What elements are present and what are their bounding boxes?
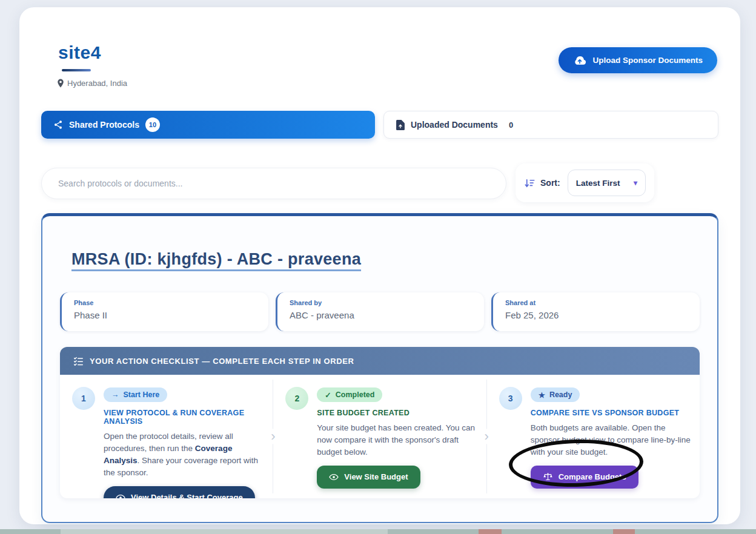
step-3-button-label: Compare Budgets: [559, 472, 626, 481]
step-1-badge-label: Start Here: [124, 391, 160, 399]
scales-icon: [543, 472, 553, 481]
sort-select[interactable]: Latest First ▾: [568, 170, 646, 196]
field-shared-by: Shared by ABC - praveena: [276, 292, 484, 331]
step-2-button-label: View Site Budget: [344, 472, 408, 481]
chevron-down-icon: ▾: [634, 179, 637, 187]
eye-icon: [116, 494, 125, 498]
uploaded-documents-count: 0: [509, 120, 513, 130]
field-phase-value: Phase II: [74, 310, 256, 320]
bottom-strip-segment: [613, 529, 635, 534]
step-1-title: VIEW PROTOCOL & RUN COVERAGE ANALYSIS: [104, 409, 267, 426]
sort-control: Sort: Latest First ▾: [516, 163, 654, 202]
action-checklist: YOUR ACTION CHECKLIST — COMPLETE EACH ST…: [60, 347, 700, 498]
tab-shared-protocols-label: Shared Protocols: [69, 120, 139, 130]
field-shared-at: Shared at Feb 25, 2026: [491, 292, 700, 331]
column-divider: ›: [486, 380, 487, 493]
tab-uploaded-documents[interactable]: Uploaded Documents 0: [383, 111, 718, 139]
sort-label: Sort:: [540, 178, 560, 188]
field-phase: Phase Phase II: [60, 292, 268, 331]
sort-icon: [524, 178, 536, 188]
bottom-strip-segment: [479, 529, 502, 534]
step-3-number: 3: [499, 387, 522, 410]
view-site-budget-button[interactable]: View Site Budget: [317, 466, 420, 489]
bottom-strip: [0, 529, 756, 534]
step-1-description: Open the protocol details, review all pr…: [104, 430, 267, 479]
checklist-body: 1 → Start Here VIEW PROTOCOL & RUN COVER…: [60, 375, 700, 498]
step-1-button-label: View Details & Start Coverage: [131, 493, 243, 498]
chevron-right-icon: ›: [271, 429, 275, 444]
chevron-right-icon: ›: [484, 429, 488, 444]
field-shared-at-value: Feb 25, 2026: [505, 310, 688, 320]
step-2-status-badge: ✓ Completed: [317, 387, 382, 402]
checklist-header-label: YOUR ACTION CHECKLIST — COMPLETE EACH ST…: [90, 357, 354, 366]
eye-icon: [329, 473, 339, 481]
tabs: Shared Protocols 10 Uploaded Documents 0: [41, 111, 718, 139]
step-2-badge-label: Completed: [336, 391, 375, 399]
app-window: site4 Hyderabad, India Upload Sponsor Do…: [0, 0, 756, 534]
title-underline: [62, 69, 91, 71]
search-input[interactable]: [41, 168, 506, 199]
tab-uploaded-documents-label: Uploaded Documents: [411, 120, 498, 130]
tab-shared-protocols[interactable]: Shared Protocols 10: [41, 111, 375, 139]
field-phase-label: Phase: [74, 299, 256, 306]
step-3-badge-label: Ready: [549, 391, 572, 399]
document-upload-icon: [396, 120, 405, 130]
step-3-description: Both budgets are available. Open the spo…: [531, 422, 694, 458]
upload-button-label: Upload Sponsor Documents: [592, 56, 703, 65]
sort-selected-value: Latest First: [576, 179, 620, 188]
page-title: site4: [58, 42, 101, 63]
arrow-right-icon: →: [111, 391, 119, 399]
checklist-step-1: 1 → Start Here VIEW PROTOCOL & RUN COVER…: [60, 375, 273, 498]
step-1-status-badge: → Start Here: [104, 387, 167, 402]
protocol-title[interactable]: MRSA (ID: kjhgfds) - ABC - praveena: [71, 250, 361, 269]
column-divider: ›: [273, 380, 273, 493]
step-1-number: 1: [72, 387, 95, 410]
site-location-label: Hyderabad, India: [67, 79, 127, 88]
share-icon: [53, 120, 63, 130]
bottom-strip-segment: [61, 529, 388, 534]
checklist-icon: [73, 357, 84, 366]
checklist-header: YOUR ACTION CHECKLIST — COMPLETE EACH ST…: [60, 347, 700, 375]
protocol-card: MRSA (ID: kjhgfds) - ABC - praveena Phas…: [41, 213, 718, 523]
checklist-step-2: 2 ✓ Completed SITE BUDGET CREATED Your s…: [273, 375, 486, 498]
check-icon: ✓: [325, 391, 331, 400]
star-icon: ★: [539, 391, 545, 400]
checklist-step-3: 3 ★ Ready COMPARE SITE VS SPONSOR BUDGET…: [487, 375, 700, 498]
field-shared-by-value: ABC - praveena: [290, 310, 472, 320]
site-page-card: site4 Hyderabad, India Upload Sponsor Do…: [19, 7, 740, 524]
field-shared-at-label: Shared at: [505, 299, 688, 306]
compare-budgets-button[interactable]: Compare Budgets: [531, 466, 638, 489]
view-details-start-coverage-button[interactable]: View Details & Start Coverage: [104, 486, 255, 498]
upload-sponsor-documents-button[interactable]: Upload Sponsor Documents: [559, 47, 717, 73]
protocol-fields: Phase Phase II Shared by ABC - praveena …: [60, 292, 700, 331]
field-shared-by-label: Shared by: [290, 299, 472, 306]
step-2-title: SITE BUDGET CREATED: [317, 409, 480, 417]
cloud-upload-icon: [573, 56, 586, 65]
step-3-status-badge: ★ Ready: [531, 387, 580, 402]
location-pin-icon: [57, 79, 64, 88]
step-2-description: Your site budget has been created. You c…: [317, 422, 480, 458]
step-2-number: 2: [285, 387, 308, 410]
shared-protocols-count-badge: 10: [145, 117, 160, 132]
step-3-title: COMPARE SITE VS SPONSOR BUDGET: [531, 409, 694, 417]
site-location: Hyderabad, India: [57, 79, 127, 88]
